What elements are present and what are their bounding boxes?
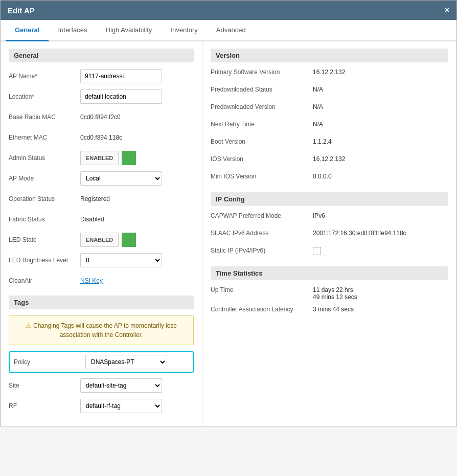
operation-status-row: Operation Status Registered: [9, 191, 194, 207]
modal-title: Edit AP: [8, 6, 35, 15]
policy-row: Policy DNASpaces-PT: [14, 354, 189, 370]
slaac-row: SLAAC IPv6 Address 2001:172:16:30:ed0:f8…: [211, 230, 448, 242]
tags-section: Tags ⚠Changing Tags will cause the AP to…: [9, 296, 194, 414]
ap-name-row: AP Name*: [9, 69, 194, 84]
ap-mode-label: AP Mode: [9, 175, 80, 182]
primary-sw-value: 16.12.2.132: [313, 69, 345, 76]
nsi-key-link[interactable]: NSI Key: [80, 277, 103, 284]
slaac-value: 2001:172:16:30:ed0:f8ff:fe94:118c: [313, 230, 406, 237]
next-retry-label: Next Retry Time: [211, 121, 313, 128]
led-brightness-label: LED Brightness Level: [9, 257, 80, 264]
modal-header: Edit AP ×: [1, 1, 456, 20]
tab-advanced[interactable]: Advanced: [207, 20, 255, 41]
ap-name-input[interactable]: [80, 69, 162, 83]
ios-version-value: 16.12.2.132: [313, 155, 345, 163]
led-state-text[interactable]: ENABLED: [80, 233, 119, 247]
ip-config-section-title: IP Config: [211, 192, 448, 206]
operation-status-label: Operation Status: [9, 195, 80, 202]
fabric-status-label: Fabric Status: [9, 216, 80, 223]
tabs-bar: General Interfaces High Availability Inv…: [1, 20, 456, 41]
ap-name-label: AP Name*: [9, 73, 80, 80]
content-area: General AP Name* Location* Base Radio MA…: [1, 41, 456, 426]
boot-version-label: Boot Version: [211, 138, 313, 145]
predownloaded-status-label: Predownloaded Status: [211, 86, 313, 93]
admin-status-row: Admin Status ENABLED: [9, 150, 194, 166]
capwap-value: IPv6: [313, 212, 325, 219]
operation-status-value: Registered: [80, 195, 194, 202]
left-panel: General AP Name* Location* Base Radio MA…: [1, 41, 202, 426]
time-stats-section-title: Time Statistics: [211, 266, 448, 280]
uptime-row: Up Time 11 days 22 hrs49 mins 12 secs: [211, 286, 448, 301]
general-section-title: General: [9, 49, 194, 62]
ap-mode-row: AP Mode Local FlexConnect Monitor Sniffe…: [9, 171, 194, 186]
site-select[interactable]: default-site-tag: [80, 378, 162, 393]
predownloaded-status-row: Predownloaded Status N/A: [211, 86, 448, 98]
cleanair-row: CleanAir NSI Key: [9, 273, 194, 288]
right-panel: Version Primary Software Version 16.12.2…: [202, 41, 456, 426]
predownloaded-version-row: Predownloaded Version N/A: [211, 103, 448, 116]
admin-status-indicator[interactable]: [122, 151, 136, 165]
boot-version-row: Boot Version 1.1.2.4: [211, 138, 448, 150]
ethernet-mac-row: Ethernet MAC 0cd0.f894.118c: [9, 130, 194, 145]
primary-sw-row: Primary Software Version 16.12.2.132: [211, 69, 448, 81]
site-label: Site: [9, 382, 80, 389]
cleanair-nsi-link: NSI Key: [80, 277, 194, 284]
fabric-status-row: Fabric Status Disabled: [9, 212, 194, 227]
tab-high-availability[interactable]: High Availability: [97, 20, 162, 41]
policy-select[interactable]: DNASpaces-PT: [85, 355, 167, 369]
mini-ios-row: Mini IOS Version 0.0.0.0: [211, 173, 448, 185]
admin-status-label: Admin Status: [9, 154, 80, 162]
tab-interfaces[interactable]: Interfaces: [49, 20, 96, 41]
capwap-label: CAPWAP Preferred Mode: [211, 212, 313, 219]
controller-latency-label: Controller Association Latency: [211, 306, 313, 313]
uptime-value: 11 days 22 hrs49 mins 12 secs: [313, 286, 357, 301]
edit-ap-modal: Edit AP × General Interfaces High Availa…: [0, 0, 457, 426]
led-state-indicator[interactable]: [122, 233, 136, 247]
fabric-status-value: Disabled: [80, 216, 194, 223]
led-brightness-row: LED Brightness Level 8 1 2 3 4 5 6 7: [9, 253, 194, 268]
uptime-label: Up Time: [211, 286, 313, 293]
location-label: Location*: [9, 93, 80, 100]
static-ip-checkbox-input[interactable]: [313, 247, 321, 255]
controller-latency-value: 3 mins 44 secs: [313, 306, 354, 313]
mini-ios-value: 0.0.0.0: [313, 173, 332, 180]
close-button[interactable]: ×: [445, 6, 449, 15]
policy-row-highlighted: Policy DNASpaces-PT: [9, 351, 194, 373]
led-state-toggle: ENABLED: [80, 233, 136, 247]
static-ip-checkbox[interactable]: [313, 247, 321, 255]
tab-inventory[interactable]: Inventory: [161, 20, 207, 41]
predownloaded-version-value: N/A: [313, 103, 323, 110]
static-ip-row: Static IP (IPv4/IPv6): [211, 247, 448, 259]
rf-label: RF: [9, 402, 80, 410]
base-radio-mac-label: Base Radio MAC: [9, 114, 80, 121]
predownloaded-status-value: N/A: [313, 86, 323, 93]
predownloaded-version-label: Predownloaded Version: [211, 103, 313, 110]
ios-version-label: IOS Version: [211, 155, 313, 163]
led-state-label: LED State: [9, 236, 80, 243]
warning-icon: ⚠: [26, 322, 31, 329]
base-radio-mac-row: Base Radio MAC 0cd0.f894.f2c0: [9, 109, 194, 125]
admin-status-toggle: ENABLED: [80, 151, 136, 165]
version-section-title: Version: [211, 49, 448, 62]
admin-status-text[interactable]: ENABLED: [80, 151, 119, 165]
rf-row: RF default-rf-tag: [9, 398, 194, 414]
ap-mode-select[interactable]: Local FlexConnect Monitor Sniffer: [80, 171, 162, 186]
capwap-row: CAPWAP Preferred Mode IPv6: [211, 212, 448, 224]
rf-select[interactable]: default-rf-tag: [80, 399, 162, 413]
static-ip-label: Static IP (IPv4/IPv6): [211, 247, 313, 254]
policy-label: Policy: [14, 358, 85, 366]
ethernet-mac-label: Ethernet MAC: [9, 134, 80, 141]
base-radio-mac-value: 0cd0.f894.f2c0: [80, 114, 194, 121]
led-brightness-select[interactable]: 8 1 2 3 4 5 6 7: [80, 253, 162, 267]
location-input[interactable]: [80, 89, 162, 104]
mini-ios-label: Mini IOS Version: [211, 173, 313, 180]
tags-section-title: Tags: [9, 296, 194, 309]
tab-general[interactable]: General: [6, 20, 49, 41]
tags-warning: ⚠Changing Tags will cause the AP to mome…: [9, 315, 194, 345]
led-state-row: LED State ENABLED: [9, 232, 194, 247]
primary-sw-label: Primary Software Version: [211, 69, 313, 76]
site-row: Site default-site-tag: [9, 378, 194, 393]
ios-version-row: IOS Version 16.12.2.132: [211, 155, 448, 168]
cleanair-label: CleanAir: [9, 277, 80, 284]
slaac-label: SLAAC IPv6 Address: [211, 230, 313, 237]
